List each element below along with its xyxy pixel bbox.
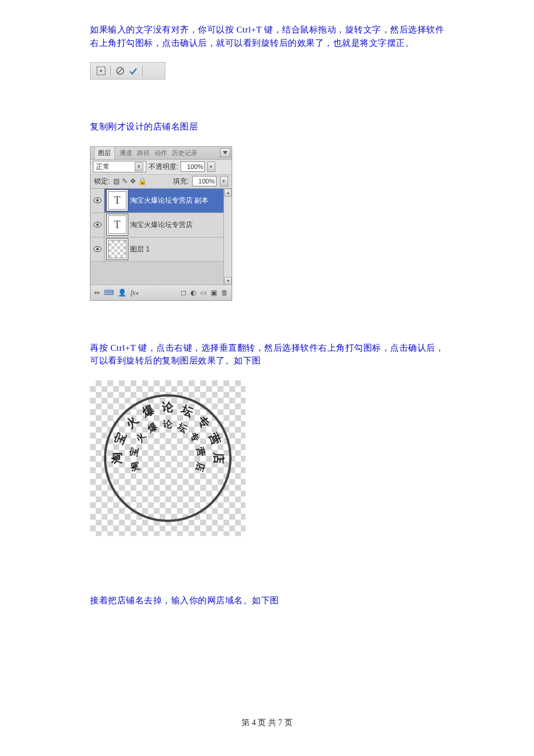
link-layers-icon: ⇔ — [94, 287, 100, 298]
visibility-eye-icon — [91, 213, 104, 237]
layer-thumb-text-icon: T — [108, 191, 127, 210]
transform-origin-icon — [95, 65, 107, 77]
opacity-spinner-icon: ▸ — [207, 161, 215, 172]
lock-all-icon: 🔒 — [138, 176, 147, 186]
lock-row: 锁定: ▧ ✎ ✥ 🔒 填充: 100% ▸ — [91, 175, 232, 189]
layers-panel-tabs: 图层 通道 路径 动作 历史记录 — [91, 147, 232, 160]
circle-ring: 淘宝火爆论坛专营店 淘宝火爆论坛专营店 — [104, 394, 232, 522]
scroll-down-icon: ▾ — [224, 277, 232, 285]
lock-paint-icon: ✎ — [122, 176, 128, 186]
blend-mode-row: 正常 ∨ 不透明度: 100% ▸ — [91, 160, 232, 175]
layer-row: T 淘宝火爆论坛专营店 副本 — [91, 189, 232, 213]
svg-point-1 — [100, 70, 102, 72]
opacity-input: 100% — [181, 161, 205, 172]
lock-icons: ▧ ✎ ✥ 🔒 — [113, 176, 147, 186]
tab-channels: 通道 — [120, 148, 132, 158]
layer-thumb-text-icon: T — [108, 215, 127, 234]
tab-paths: 路径 — [137, 148, 150, 158]
confirm-transform-icon — [127, 65, 139, 77]
lock-transparent-icon: ▧ — [113, 176, 120, 186]
layers-list: T 淘宝火爆论坛专营店 副本 T 淘宝火爆论坛专营店 图层 1 — [91, 189, 232, 285]
layers-empty-space — [91, 262, 232, 285]
page-body: 如果输入的文字没有对齐，你可以按 Ctrl+T 键，结合鼠标拖动，旋转文字，然后… — [0, 0, 534, 607]
paragraph-3: 再按 Ctrl+T 键，点击右键，选择垂直翻转，然后选择软件右上角打勾图标，点击… — [90, 341, 447, 368]
mask-icon: ◻ — [181, 287, 186, 298]
layer-row: T 淘宝火爆论坛专营店 — [91, 213, 232, 237]
layer-name: 图层 1 — [130, 244, 232, 254]
tab-layers: 图层 — [94, 146, 115, 159]
keyboard-icon-blue: ⌨ — [104, 287, 114, 298]
lock-label: 锁定: — [94, 176, 110, 186]
svg-point-8 — [96, 224, 99, 226]
lock-move-icon: ✥ — [130, 176, 136, 186]
svg-point-6 — [96, 199, 99, 201]
tab-history: 历史记录 — [172, 148, 197, 158]
layer-row: 图层 1 — [91, 237, 232, 262]
user-icon-blue: 👤 — [118, 287, 127, 298]
opacity-label: 不透明度: — [149, 161, 178, 172]
svg-marker-4 — [223, 151, 228, 154]
page-footer: 第 4 页 共 7 页 — [0, 718, 534, 728]
visibility-eye-icon — [91, 237, 104, 261]
layers-panel-figure: 图层 通道 路径 动作 历史记录 正常 ∨ 不透明度: 100% ▸ 锁定: ▧… — [90, 146, 232, 301]
folder-icon: ▭ — [200, 287, 207, 298]
paragraph-2: 复制刚才设计的店铺名图层 — [90, 120, 447, 134]
circle-text-result-figure: 淘宝火爆论坛专营店 淘宝火爆论坛专营店 — [90, 380, 246, 536]
paragraph-4: 接着把店铺名去掉，输入你的网店域名。如下图 — [90, 594, 447, 607]
paragraph-1: 如果输入的文字没有对齐，你可以按 Ctrl+T 键，结合鼠标拖动，旋转文字，然后… — [90, 23, 447, 49]
panel-menu-icon — [220, 148, 230, 157]
cancel-transform-icon — [114, 65, 126, 77]
layers-panel-bottom-toolbar: ⇔ ⌨ 👤 fx▾ ◻ ◐ ▭ ▣ 🗑 — [91, 285, 232, 300]
new-layer-icon: ▣ — [211, 287, 217, 298]
blend-mode-select: 正常 ∨ — [93, 161, 146, 172]
visibility-eye-icon — [91, 189, 104, 213]
svg-line-3 — [118, 69, 122, 73]
layer-name: 淘宝火爆论坛专营店 — [130, 219, 232, 230]
transform-toolbar-figure — [90, 62, 165, 80]
layer-name: 淘宝火爆论坛专营店 副本 — [130, 195, 232, 206]
toolbar-divider — [142, 66, 143, 76]
fx-icon: fx▾ — [131, 287, 138, 298]
tab-actions: 动作 — [154, 148, 167, 158]
trash-icon: 🗑 — [221, 287, 228, 298]
fill-input: 100% — [192, 176, 217, 186]
blend-mode-value: 正常 — [96, 161, 110, 172]
fill-spinner-icon: ▸ — [220, 176, 228, 186]
fill-label: 填充: — [173, 176, 189, 186]
svg-point-10 — [96, 248, 99, 250]
layer-thumb-transparent-icon — [108, 240, 127, 258]
scroll-up-icon: ▴ — [224, 189, 232, 197]
adjustment-icon: ◐ — [190, 287, 196, 298]
scrollbar: ▴ ▾ — [223, 189, 232, 285]
dropdown-arrow-icon: ∨ — [135, 162, 143, 171]
toolbar-divider — [110, 66, 111, 76]
